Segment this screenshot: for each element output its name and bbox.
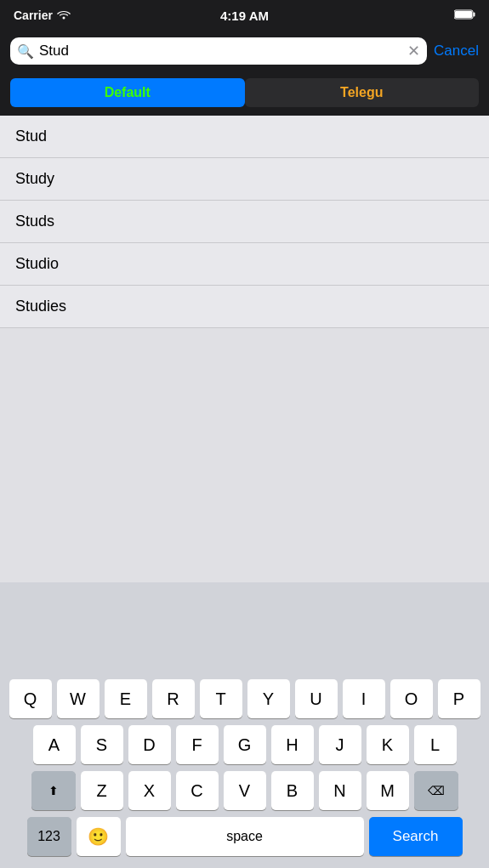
key-t[interactable]: T [200, 679, 242, 718]
shift-key[interactable]: ⬆ [31, 771, 76, 810]
search-input[interactable] [39, 43, 402, 60]
key-c[interactable]: C [176, 771, 219, 810]
key-h[interactable]: H [271, 725, 314, 764]
time-label: 4:19 AM [220, 9, 269, 23]
key-w[interactable]: W [57, 679, 100, 718]
cancel-button[interactable]: Cancel [434, 43, 479, 60]
empty-area [0, 327, 489, 582]
suggestions-list: Stud Study Studs Studio Studies [0, 116, 489, 327]
key-l[interactable]: L [414, 725, 457, 764]
suggestion-item[interactable]: Study [0, 158, 489, 201]
key-g[interactable]: G [224, 725, 266, 764]
key-q[interactable]: Q [9, 679, 52, 718]
delete-key[interactable]: ⌫ [414, 771, 458, 810]
key-x[interactable]: X [128, 771, 171, 810]
key-p[interactable]: P [438, 679, 480, 718]
key-a[interactable]: A [33, 725, 76, 764]
segment-telegu[interactable]: Telegu [245, 78, 480, 107]
space-key[interactable]: space [126, 817, 364, 856]
key-s[interactable]: S [81, 725, 123, 764]
key-z[interactable]: Z [81, 771, 123, 810]
search-bar: 🔍 ✕ Cancel [0, 31, 489, 71]
clear-button[interactable]: ✕ [407, 43, 420, 59]
search-button[interactable]: Search [369, 817, 463, 856]
search-input-container[interactable]: 🔍 ✕ [10, 37, 427, 65]
keyboard: Q W E R T Y U I O P A S D F G H J K L ⬆ … [0, 672, 489, 868]
key-n[interactable]: N [319, 771, 361, 810]
svg-rect-3 [455, 11, 472, 18]
key-d[interactable]: D [128, 725, 171, 764]
keyboard-row-3: ⬆ Z X C V B N M ⌫ [3, 771, 486, 810]
key-k[interactable]: K [367, 725, 409, 764]
segment-default[interactable]: Default [10, 78, 245, 107]
keyboard-row-2: A S D F G H J K L [3, 725, 486, 764]
carrier-label: Carrier [14, 9, 53, 22]
suggestion-item[interactable]: Studio [0, 243, 489, 286]
svg-rect-2 [474, 13, 475, 17]
key-b[interactable]: B [271, 771, 314, 810]
key-y[interactable]: Y [247, 679, 290, 718]
keyboard-row-4: 123 🙂 space Search [3, 817, 486, 856]
segment-control: Default Telegu [0, 71, 489, 116]
suggestion-item[interactable]: Studies [0, 286, 489, 327]
key-f[interactable]: F [176, 725, 219, 764]
key-r[interactable]: R [152, 679, 195, 718]
svg-point-0 [62, 17, 65, 20]
emoji-key[interactable]: 🙂 [77, 817, 121, 856]
key-i[interactable]: I [343, 679, 385, 718]
key-o[interactable]: O [390, 679, 433, 718]
battery-icon [454, 9, 475, 22]
key-e[interactable]: E [105, 679, 147, 718]
key-u[interactable]: U [295, 679, 338, 718]
suggestion-item[interactable]: Studs [0, 201, 489, 243]
keyboard-row-1: Q W E R T Y U I O P [3, 679, 486, 718]
key-m[interactable]: M [367, 771, 409, 810]
status-bar: Carrier 4:19 AM [0, 0, 489, 31]
suggestion-item[interactable]: Stud [0, 116, 489, 158]
key-j[interactable]: J [319, 725, 361, 764]
search-glass-icon: 🔍 [17, 43, 34, 60]
wifi-icon [57, 9, 71, 22]
num-key[interactable]: 123 [27, 817, 71, 856]
key-v[interactable]: V [224, 771, 266, 810]
